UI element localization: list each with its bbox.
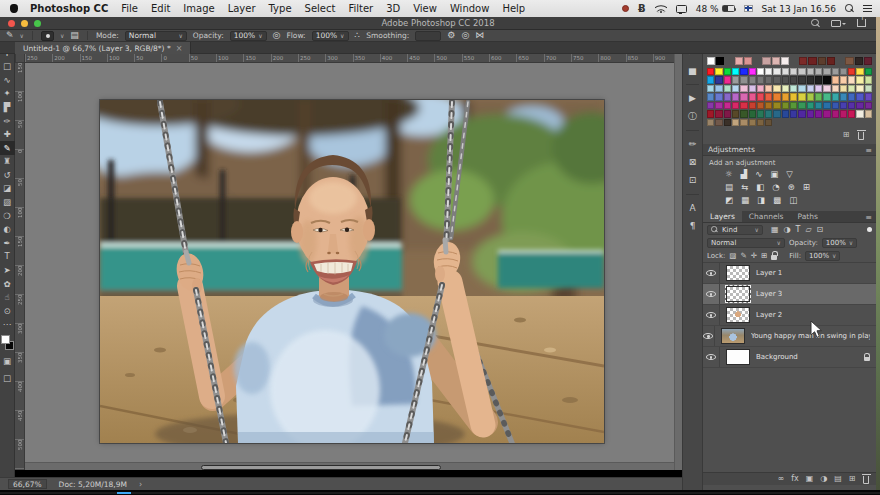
swatch[interactable] bbox=[765, 68, 772, 76]
layer-filter-kind-select[interactable]: Kind ∨ bbox=[707, 225, 763, 235]
tool-more-tools[interactable]: ⋯ bbox=[0, 318, 15, 332]
menu-photoshop-cc[interactable]: Photoshop CC bbox=[30, 3, 108, 14]
curves-icon[interactable]: ∿ bbox=[755, 169, 762, 179]
tool-path-selection[interactable]: ➤ bbox=[0, 264, 15, 278]
tool-history-brush[interactable]: ↺ bbox=[0, 168, 15, 182]
swatch[interactable] bbox=[782, 93, 789, 101]
swatch[interactable] bbox=[765, 85, 772, 93]
swatch[interactable] bbox=[773, 76, 780, 84]
swatch[interactable] bbox=[707, 110, 714, 118]
glyphs-panel-icon[interactable]: ⊡ bbox=[689, 176, 697, 185]
swatch[interactable] bbox=[773, 102, 780, 110]
status-options-chevron[interactable]: › bbox=[139, 480, 142, 489]
menu-filter[interactable]: Filter bbox=[348, 3, 373, 14]
swatch[interactable] bbox=[740, 102, 747, 110]
lock-transparent-pixels-icon[interactable]: ▨ bbox=[729, 251, 736, 260]
swatch[interactable] bbox=[790, 68, 797, 76]
swatch[interactable] bbox=[762, 57, 770, 65]
swatch[interactable] bbox=[840, 76, 847, 84]
swatch[interactable] bbox=[865, 76, 872, 84]
info-panel-icon[interactable]: ⓘ bbox=[688, 112, 697, 121]
swatch[interactable] bbox=[832, 85, 839, 93]
visibility-eye-icon[interactable] bbox=[706, 270, 716, 276]
swatch[interactable] bbox=[832, 68, 839, 76]
swatch[interactable] bbox=[790, 102, 797, 110]
swatch[interactable] bbox=[865, 102, 872, 110]
swatch[interactable] bbox=[864, 57, 872, 65]
swatch[interactable] bbox=[782, 102, 789, 110]
layer-style-icon[interactable]: fx bbox=[791, 475, 799, 483]
histogram-panel-icon[interactable]: ▅ bbox=[689, 66, 696, 75]
swatch[interactable] bbox=[715, 110, 722, 118]
swatch[interactable] bbox=[827, 57, 835, 65]
swatch[interactable] bbox=[757, 68, 764, 76]
hue-saturation-icon[interactable]: ▤ bbox=[725, 182, 733, 192]
menu-image[interactable]: Image bbox=[183, 3, 214, 14]
swatch[interactable] bbox=[757, 85, 764, 93]
selective-color-icon[interactable]: ◫ bbox=[789, 195, 797, 205]
new-group-icon[interactable]: ▤ bbox=[834, 475, 842, 483]
swatch[interactable] bbox=[856, 85, 863, 93]
horizontal-scrollbar[interactable] bbox=[25, 462, 674, 470]
link-layers-icon[interactable]: ∞ bbox=[777, 475, 784, 483]
swatch[interactable] bbox=[724, 110, 731, 118]
swatch[interactable] bbox=[707, 119, 714, 127]
swatch[interactable] bbox=[732, 119, 739, 127]
swatch[interactable] bbox=[798, 93, 805, 101]
panel-menu-icon[interactable]: ≡ bbox=[865, 146, 872, 155]
add-layer-mask-icon[interactable]: ▣ bbox=[806, 475, 814, 483]
swatch[interactable] bbox=[765, 102, 772, 110]
threshold-icon[interactable]: ◨ bbox=[757, 195, 765, 205]
black-and-white-icon[interactable]: ◧ bbox=[756, 182, 764, 192]
swatch[interactable] bbox=[840, 68, 847, 76]
blend-mode-select[interactable]: Normal ∨ bbox=[125, 31, 187, 41]
swatch[interactable] bbox=[740, 93, 747, 101]
lock-all-icon[interactable] bbox=[771, 255, 777, 260]
menu-type[interactable]: Type bbox=[269, 3, 292, 14]
visibility-eye-icon[interactable] bbox=[706, 312, 716, 318]
swatch[interactable] bbox=[724, 93, 731, 101]
swatch[interactable] bbox=[832, 102, 839, 110]
tool-clone-stamp[interactable]: ♜ bbox=[0, 155, 15, 169]
swatch[interactable] bbox=[773, 68, 780, 76]
layer-row[interactable]: Young happy man on swing in playground s… bbox=[703, 326, 876, 347]
photo-filter-icon[interactable]: ◔ bbox=[772, 182, 779, 192]
battery-indicator[interactable]: 48 % bbox=[696, 4, 735, 14]
swatch[interactable] bbox=[840, 93, 847, 101]
tool-spot-healing-brush[interactable]: ✚ bbox=[0, 128, 15, 142]
swatch[interactable] bbox=[823, 110, 830, 118]
swatch[interactable] bbox=[865, 68, 872, 76]
layer-row[interactable]: Layer 1 bbox=[703, 263, 876, 284]
swatch[interactable] bbox=[865, 110, 872, 118]
paint-symmetry-icon[interactable]: ⋈ bbox=[475, 31, 484, 40]
swatch[interactable] bbox=[749, 119, 756, 127]
swatch[interactable] bbox=[732, 68, 739, 76]
notification-center-icon[interactable] bbox=[863, 5, 872, 12]
invert-icon[interactable]: ◩ bbox=[725, 195, 733, 205]
layer-thumbnail[interactable] bbox=[721, 328, 745, 344]
swatch[interactable] bbox=[773, 93, 780, 101]
layer-fill-select[interactable]: 100% ∨ bbox=[805, 251, 840, 261]
panel-menu-icon[interactable]: ≡ bbox=[865, 213, 872, 222]
swatch[interactable] bbox=[856, 110, 863, 118]
delete-swatch-icon[interactable] bbox=[858, 132, 865, 140]
swatch[interactable] bbox=[848, 76, 855, 84]
paragraph-panel-icon[interactable]: ¶ bbox=[690, 222, 696, 231]
layer-row[interactable]: Layer 3 bbox=[703, 284, 876, 305]
recording-status-icon[interactable] bbox=[622, 5, 629, 12]
swatch[interactable] bbox=[865, 93, 872, 101]
tool-screen-mode[interactable]: □ bbox=[0, 371, 15, 385]
posterize-icon[interactable]: ▦ bbox=[741, 195, 749, 205]
swatch[interactable] bbox=[757, 102, 764, 110]
swatch[interactable] bbox=[749, 110, 756, 118]
menu-clock[interactable]: Sat 13 Jan 16.56 bbox=[762, 4, 836, 14]
opacity-select[interactable]: 100% ∨ bbox=[230, 31, 267, 41]
swatch[interactable] bbox=[782, 76, 789, 84]
keyboard-layout-flag-icon[interactable] bbox=[744, 5, 753, 12]
swatch[interactable] bbox=[749, 85, 756, 93]
swatch[interactable] bbox=[724, 102, 731, 110]
airbrush-icon[interactable]: ∴ bbox=[355, 31, 361, 40]
tool-pen[interactable]: ✒ bbox=[0, 236, 15, 250]
delete-layer-icon[interactable] bbox=[863, 476, 870, 484]
zoom-level-field[interactable]: 66,67% bbox=[8, 479, 47, 489]
